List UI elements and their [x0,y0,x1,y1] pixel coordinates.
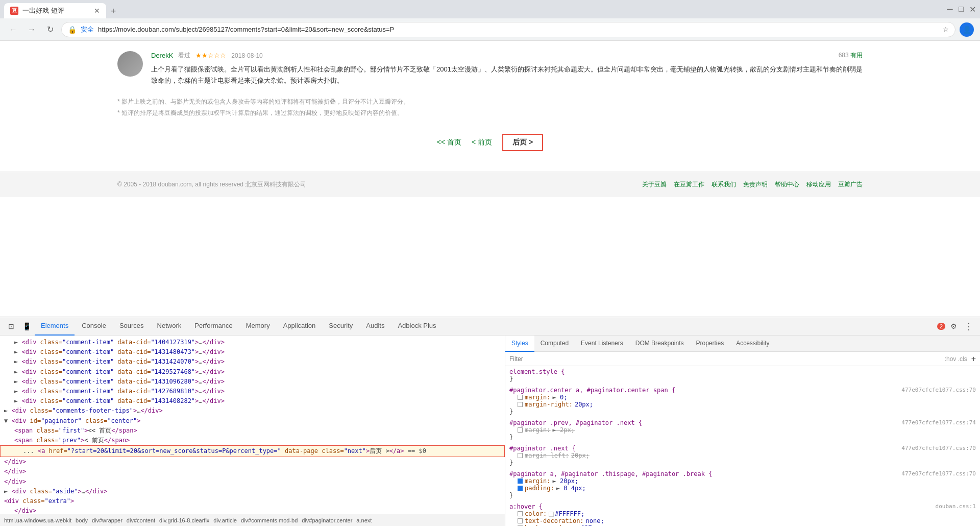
helpful-link[interactable]: 有用 [850,52,863,59]
first-page-link[interactable]: << 首页 [437,138,461,147]
tab-adblock[interactable]: Adblock Plus [391,317,442,336]
html-line[interactable]: ▼ <div id="paginator" class="center"> [0,416,505,426]
comment-text: 上个月看了猫眼保密试映。全片可以看出黄渤剖析人性和社会乱象的野心。部分情节片不乏… [151,64,863,86]
elements-panel: ► <div class="comment-item" data-cid="14… [0,336,505,526]
close-window-button[interactable]: ✕ [969,6,976,13]
selected-html-line[interactable]: ... <a href="?start=20&limit=20&sort=new… [0,445,505,457]
reload-button[interactable]: ↻ [43,22,57,37]
property-checkbox[interactable] [518,518,523,523]
tab-console[interactable]: Console [76,317,112,336]
add-style-button[interactable]: + [971,354,976,364]
next-page-button[interactable]: 后页 > [502,134,543,151]
css-selector: #paginator .next { [509,445,576,452]
prev-page-link[interactable]: < 前页 [472,138,492,147]
commenter-name[interactable]: DerekK [151,52,173,59]
breadcrumb-body[interactable]: body [76,517,88,523]
footer-link-disclaimer[interactable]: 免责声明 [743,180,768,189]
css-property: margin-left: 20px; [509,452,976,459]
html-line[interactable]: ► <div class="comment-item" data-cid="14… [0,338,505,347]
devtools-panel: ⊡ 📱 Elements Console Sources Network Per… [0,317,980,526]
html-line[interactable]: ► <div class="comment-item" data-cid="14… [0,357,505,367]
breadcrumb-article[interactable]: div.article [213,517,237,523]
html-line[interactable]: ► <div class="comment-item" data-cid="14… [0,347,505,357]
property-checkbox[interactable] [518,486,523,491]
html-line[interactable]: </div> [0,477,505,487]
styles-tab-computed[interactable]: Computed [534,336,575,352]
styles-tab-dom-breakpoints[interactable]: DOM Breakpoints [629,336,690,352]
footer-link-mobile[interactable]: 移动应用 [806,180,831,189]
html-line[interactable]: <span class="first"><< 首页</span> [0,426,505,436]
tab-close-button[interactable]: ✕ [94,7,100,15]
property-checkbox[interactable] [518,453,523,458]
tab-elements[interactable]: Elements [35,317,75,336]
breadcrumb-anext[interactable]: a.next [356,517,372,523]
css-file-link[interactable]: 477e07cfcfe1077.css:70 [901,470,976,477]
styles-tab-accessibility[interactable]: Accessibility [730,336,775,352]
html-line[interactable]: ► <div class="comment-item" data-cid="14… [0,387,505,396]
html-line[interactable]: ► <div class="comment-item" data-cid="14… [0,396,505,406]
footer-link-work[interactable]: 在豆瓣工作 [674,180,704,189]
styles-tab-styles[interactable]: Styles [505,336,534,352]
css-file-link[interactable]: 477e07cfcfe1077.css:70 [901,387,976,394]
property-checkbox[interactable] [518,511,523,516]
html-line[interactable]: </div> [0,467,505,476]
elements-content[interactable]: ► <div class="comment-item" data-cid="14… [0,336,505,514]
breadcrumb-comments[interactable]: div#comments.mod-bd [241,517,298,523]
address-bar[interactable]: 🔒 安全 https://movie.douban.com/subject/26… [61,22,955,37]
bookmark-icon[interactable]: ☆ [943,26,949,33]
property-checkbox[interactable] [518,427,523,433]
nav-actions: 👤 [960,22,974,37]
styles-tab-properties[interactable]: Properties [690,336,730,352]
maximize-button[interactable]: □ [958,6,965,13]
footer-link-help[interactable]: 帮助中心 [775,180,799,189]
property-checkbox[interactable] [518,395,523,400]
tab-network[interactable]: Network [151,317,188,336]
footer-link-contact[interactable]: 联系我们 [712,180,736,189]
breadcrumb-content[interactable]: div#content [127,517,155,523]
styles-tab-event-listeners[interactable]: Event Listeners [575,336,629,352]
inspect-element-button[interactable]: ⊡ [4,319,18,333]
property-checkbox[interactable] [518,402,523,407]
breadcrumb-paginator[interactable]: div#paginator.center [302,517,352,523]
filter-hint[interactable]: :hov .cls [945,355,967,363]
copyright: © 2005 - 2018 douban.com, all rights res… [117,180,306,189]
active-tab[interactable]: 豆 一出好戏 短评 ✕ [4,3,106,18]
css-file-link[interactable]: douban.css:1 [936,503,976,510]
tab-performance[interactable]: Performance [188,317,238,336]
html-line[interactable]: </div> [0,506,505,514]
devtools-toolbar: ⊡ 📱 Elements Console Sources Network Per… [0,317,980,336]
styles-filter-input[interactable] [509,355,941,363]
color-swatch[interactable] [549,512,554,517]
minimize-button[interactable]: ─ [946,6,953,13]
footer-link-about[interactable]: 关于豆瓣 [642,180,667,189]
html-line[interactable]: <span class="prev">< 前页</span> [0,436,505,445]
html-line[interactable]: <div class="extra"> [0,496,505,506]
footer-link-ads[interactable]: 豆瓣广告 [838,180,863,189]
profile-icon[interactable]: 👤 [960,22,974,37]
tab-audits[interactable]: Audits [360,317,390,336]
html-line[interactable]: ► <div class="aside">…</div> [0,487,505,496]
breadcrumb-grid[interactable]: div.grid-16-8.clearfix [159,517,209,523]
breadcrumb-wrapper[interactable]: div#wrapper [92,517,122,523]
html-line[interactable]: </div> [0,457,505,467]
new-tab-button[interactable]: + [106,4,120,18]
css-file-link[interactable]: 477e07cfcfe1077.css:70 [901,445,976,452]
tab-memory[interactable]: Memory [240,317,276,336]
forward-button[interactable]: → [24,22,39,37]
window-controls: ─ □ ✕ [946,6,976,13]
html-line[interactable]: ► <div class="comment-item" data-cid="14… [0,367,505,377]
breadcrumb-html[interactable]: html.ua-windows.ua-webkit [4,517,71,523]
tab-security[interactable]: Security [323,317,359,336]
property-checkbox[interactable] [518,479,523,484]
settings-button[interactable]: ⚙ [946,319,961,333]
back-button[interactable]: ← [6,22,20,37]
device-toolbar-button[interactable]: 📱 [19,319,34,333]
more-options-button[interactable]: ⋮ [962,319,976,333]
secure-label: 安全 [81,25,94,34]
tab-sources[interactable]: Sources [113,317,150,336]
css-file-link[interactable]: 477e07cfcfe1077.css:74 [901,419,976,426]
tab-application[interactable]: Application [277,317,322,336]
html-line[interactable]: ► <div class="comment-item" data-cid="14… [0,377,505,387]
url-text[interactable]: https://movie.douban.com/subject/2698512… [98,26,939,33]
html-line[interactable]: ► <div class="comments-footer-tips">…</d… [0,406,505,416]
